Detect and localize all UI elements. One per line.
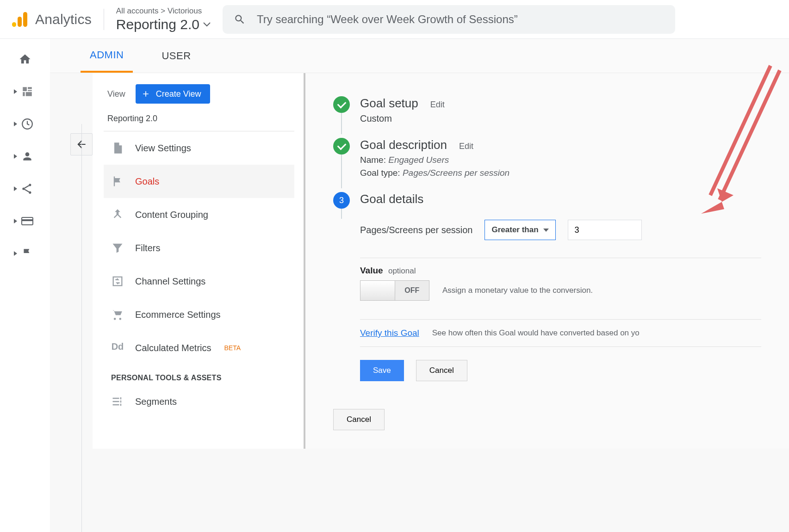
caret-down-icon xyxy=(543,229,549,232)
dashboard-icon xyxy=(18,82,37,101)
nav-customization[interactable] xyxy=(14,82,37,101)
cancel-step-button[interactable]: Cancel xyxy=(416,360,467,381)
chevron-right-icon xyxy=(14,89,17,94)
search-input[interactable] xyxy=(257,13,664,26)
sidebar-item-label: Filters xyxy=(135,243,160,254)
view-name[interactable]: Reporting 2.0 xyxy=(104,110,294,131)
goal-type-meta: Goal type: Pages/Screens per session xyxy=(360,168,789,178)
sidebar-item-view-settings[interactable]: View Settings xyxy=(104,131,294,165)
nav-conversions[interactable] xyxy=(14,244,37,263)
step-title: Goal details xyxy=(360,192,423,206)
divider xyxy=(104,9,104,30)
product-name: Analytics xyxy=(35,12,92,27)
breadcrumb: All accounts > Victorious xyxy=(116,6,211,16)
step-number-badge: 3 xyxy=(333,192,350,209)
sidebar-item-label: View Settings xyxy=(135,143,191,154)
sidebar-item-segments[interactable]: Segments xyxy=(104,385,294,418)
sidebar-item-goals[interactable]: Goals xyxy=(104,165,294,198)
svg-rect-2 xyxy=(23,12,27,27)
chevron-right-icon xyxy=(14,219,17,223)
goal-form-panel: Goal setup Edit Custom Goal description … xyxy=(305,73,789,449)
nav-audience[interactable] xyxy=(14,147,37,166)
create-view-button[interactable]: Create View xyxy=(136,84,211,104)
home-icon[interactable] xyxy=(16,50,34,68)
search-icon xyxy=(234,13,246,25)
step-title: Goal description xyxy=(360,138,447,152)
comparator-value: Greater than xyxy=(491,225,538,235)
svg-rect-0 xyxy=(12,22,16,27)
comparator-select[interactable]: Greater than xyxy=(485,220,555,240)
edit-link[interactable]: Edit xyxy=(459,142,473,151)
plus-icon xyxy=(141,89,150,99)
condition-label: Pages/Screens per session xyxy=(360,225,472,235)
tab-user[interactable]: USER xyxy=(152,39,200,73)
value-block: Value optional OFF Assign a monetary val… xyxy=(360,258,761,301)
sidebar-item-channel-settings[interactable]: Channel Settings xyxy=(104,265,294,298)
sidebar-item-label: Content Grouping xyxy=(135,210,208,220)
analytics-logo-icon xyxy=(10,10,29,29)
verify-goal-link[interactable]: Verify this Goal xyxy=(360,328,419,338)
sidebar-item-label: Channel Settings xyxy=(135,276,205,287)
tab-admin[interactable]: ADMIN xyxy=(81,39,133,73)
nav-acquisition[interactable] xyxy=(14,179,37,198)
cancel-button[interactable]: Cancel xyxy=(333,409,385,430)
sidebar-item-label: Ecommerce Settings xyxy=(135,309,221,320)
sidebar-item-label: Calculated Metrics xyxy=(135,343,211,353)
chevron-right-icon xyxy=(14,186,17,191)
save-button[interactable]: Save xyxy=(360,360,404,381)
dd-text-icon: Dd xyxy=(111,341,124,354)
sidebar-item-label: Segments xyxy=(135,396,177,407)
swap-icon xyxy=(111,275,124,288)
cart-icon xyxy=(111,308,124,321)
toggle-knob xyxy=(360,281,395,300)
sidebar-item-calculated-metrics[interactable]: Dd Calculated Metrics BETA xyxy=(104,331,294,365)
condition-row: Pages/Screens per session Greater than xyxy=(360,220,789,240)
share-icon xyxy=(18,179,37,198)
optional-label: optional xyxy=(388,266,416,275)
merge-icon xyxy=(111,208,124,221)
edit-link[interactable]: Edit xyxy=(430,100,445,110)
chevron-right-icon xyxy=(14,154,17,159)
chevron-right-icon xyxy=(14,122,17,126)
sidebar-item-ecommerce[interactable]: Ecommerce Settings xyxy=(104,298,294,331)
beta-badge: BETA xyxy=(224,344,241,352)
funnel-icon xyxy=(111,241,124,254)
nav-behavior[interactable] xyxy=(14,212,37,230)
flag-icon xyxy=(18,244,37,263)
value-header-text: Value xyxy=(360,266,383,275)
create-view-label: Create View xyxy=(156,89,201,99)
logo[interactable]: Analytics xyxy=(10,10,92,29)
property-selector[interactable]: All accounts > Victorious Reporting 2.0 xyxy=(116,6,211,32)
tabs: ADMIN USER xyxy=(50,39,789,73)
search-bar[interactable] xyxy=(223,5,675,34)
step-goal-description: Goal description Edit Name: Engaged User… xyxy=(333,138,789,178)
check-icon xyxy=(333,138,350,155)
check-icon xyxy=(333,96,350,113)
step-title: Goal setup xyxy=(360,96,418,111)
toggle-description: Assign a monetary value to the conversio… xyxy=(442,286,593,295)
value-toggle[interactable]: OFF xyxy=(360,280,429,301)
sidebar-section-head: PERSONAL TOOLS & ASSETS xyxy=(111,374,304,382)
nav-realtime[interactable] xyxy=(14,115,37,133)
sidebar-item-label: Goals xyxy=(135,176,159,187)
tree-line xyxy=(81,124,82,532)
threshold-input[interactable] xyxy=(568,220,642,240)
chevron-right-icon xyxy=(14,251,17,256)
goal-name-meta: Name: Engaged Users xyxy=(360,155,789,165)
caret-down-icon xyxy=(203,22,211,27)
step-sub: Custom xyxy=(360,113,789,124)
flag-icon xyxy=(111,175,124,188)
svg-line-9 xyxy=(720,70,780,200)
verify-description: See how often this Goal would have conve… xyxy=(432,328,640,338)
person-icon xyxy=(18,147,37,166)
sidebar-item-content-grouping[interactable]: Content Grouping xyxy=(104,198,294,231)
card-icon xyxy=(18,212,37,230)
property-name: Reporting 2.0 xyxy=(116,17,199,32)
step-goal-setup: Goal setup Edit Custom xyxy=(333,96,789,124)
sidebar-item-filters[interactable]: Filters xyxy=(104,231,294,265)
segments-icon xyxy=(111,395,124,408)
top-header: Analytics All accounts > Victorious Repo… xyxy=(0,0,789,39)
view-label: View xyxy=(107,89,125,99)
view-sidebar: View Create View Reporting 2.0 View Sett… xyxy=(93,73,305,449)
svg-rect-1 xyxy=(18,17,22,27)
